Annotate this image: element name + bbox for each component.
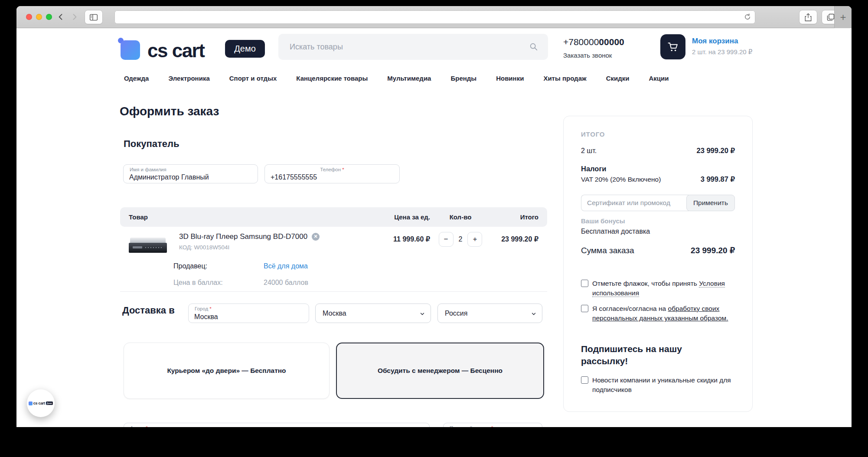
name-field-label: Имя и фамилия — [130, 167, 166, 172]
promo-code-input[interactable] — [581, 195, 689, 211]
col-total: Итого — [491, 213, 538, 221]
points-row: Цена в баллах:24000 баллов — [173, 279, 308, 287]
promo-code-control: Применить — [581, 195, 735, 211]
qty-value[interactable]: 2 — [459, 235, 463, 243]
country-select[interactable]: Россия — [437, 304, 542, 323]
points-label: Цена в баллах: — [173, 279, 264, 287]
forward-button[interactable] — [68, 10, 82, 24]
chevron-down-icon — [531, 311, 537, 317]
qty-increase-button[interactable]: + — [467, 232, 482, 247]
cart-summary: 2 шт. на 23 999.20 ₽ — [692, 48, 752, 56]
remove-item-icon[interactable]: ✕ — [312, 233, 320, 241]
zipcode-field[interactable]: Почтовый индекс * — [443, 423, 542, 427]
shipping-option-courier[interactable]: Курьером «до двери» — Бесплатно — [124, 343, 330, 399]
quantity-stepper: − 2 + — [430, 229, 491, 257]
nav-item-hity-prodazh[interactable]: Хиты продаж — [543, 75, 586, 82]
nav-item-kancelyarskie-tovary[interactable]: Канцелярские товары — [296, 75, 368, 82]
sidebar-icon — [89, 13, 98, 21]
qty-decrease-button[interactable]: − — [439, 232, 454, 247]
chevron-right-icon — [70, 13, 79, 21]
cart-table-header: Товар Цена за ед. Кол-во Итого — [120, 207, 547, 227]
col-unit-price: Цена за ед. — [352, 213, 430, 221]
newsletter-text: Новости компании и уникальные скидки для… — [592, 375, 735, 395]
required-asterisk: * — [342, 167, 344, 172]
nav-item-odezhda[interactable]: Одежда — [124, 75, 149, 82]
vendor-link[interactable]: Всё для дома — [264, 262, 308, 270]
consent-checkbox-row: Я согласен/согласна на обработку своих п… — [581, 304, 735, 323]
divider — [120, 291, 547, 292]
nav-item-elektronika[interactable]: Электроника — [168, 75, 209, 82]
new-tab-button[interactable]: + — [834, 6, 852, 28]
name-field: Имя и фамилия — [123, 164, 258, 183]
col-product: Товар — [129, 213, 352, 221]
browser-window: + cs cart Демо +78000000000 Заказать зво… — [16, 6, 852, 427]
product-code: КОД: W0018W504I — [179, 244, 320, 251]
region-select[interactable]: Москва — [315, 304, 431, 323]
unit-price: 11 999.60 ₽ — [352, 229, 430, 257]
order-total-label: Сумма заказа — [581, 246, 634, 255]
nav-item-akcii[interactable]: Акции — [649, 75, 669, 82]
terms-checkbox[interactable] — [581, 280, 588, 287]
items-count: 2 шт. — [581, 147, 597, 155]
terms-text: Отметьте флажок, чтобы принять Условия и… — [592, 279, 735, 298]
product-image[interactable] — [129, 232, 167, 257]
terms-checkbox-row: Отметьте флажок, чтобы принять Условия и… — [581, 279, 735, 298]
browser-toolbar: + — [16, 6, 852, 28]
vendor-label: Продавец: — [173, 262, 264, 270]
share-button[interactable] — [799, 10, 817, 24]
minimize-window-button[interactable] — [36, 14, 42, 20]
my-cart-link[interactable]: Моя корзина — [692, 37, 738, 46]
row-total: 23 999.20 ₽ — [491, 229, 538, 257]
nav-item-brendy[interactable]: Бренды — [450, 75, 476, 82]
back-button[interactable] — [54, 10, 68, 24]
logo-mark-mini — [29, 402, 33, 405]
tax-value: 3 999.87 ₽ — [701, 175, 735, 183]
shipping-heading: Доставка в — [122, 305, 175, 316]
phone-field-label: Телефон * — [265, 167, 399, 172]
search-icon[interactable] — [529, 42, 538, 53]
items-total: 23 999.20 ₽ — [697, 147, 735, 155]
tabs-icon — [826, 13, 835, 22]
city-field: Город * — [188, 304, 309, 323]
items-total-row: 2 шт. 23 999.20 ₽ — [581, 147, 735, 155]
close-window-button[interactable] — [26, 14, 32, 20]
phone-input[interactable] — [271, 173, 394, 181]
page-title: Оформить заказ — [120, 104, 219, 118]
nav-item-sport-i-otdyh[interactable]: Спорт и отдых — [229, 75, 277, 82]
consent-text: Я согласен/согласна на обработку своих п… — [592, 304, 735, 323]
plus-icon: + — [840, 11, 846, 23]
callback-link[interactable]: Заказать звонок — [563, 52, 612, 59]
shipping-option-manager[interactable]: Обсудить с менеджером — Бесценно — [336, 343, 544, 399]
chevron-left-icon — [56, 13, 65, 21]
logo-text-mini: cs cart — [33, 401, 45, 405]
main-nav: Одежда Электроника Спорт и отдых Канцеля… — [124, 75, 669, 82]
city-field-label: Город * — [195, 306, 212, 311]
nav-item-multimedia[interactable]: Мультимедиа — [387, 75, 431, 82]
logo-text[interactable]: cs cart — [147, 40, 204, 62]
summary-heading: ИТОГО — [581, 131, 735, 138]
refresh-icon[interactable] — [744, 13, 751, 23]
vendor-row: Продавец:Всё для дома — [173, 262, 308, 270]
consent-checkbox[interactable] — [581, 305, 588, 312]
newsletter-checkbox-row: Новости компании и уникальные скидки для… — [581, 375, 735, 395]
product-title[interactable]: 3D Blu-ray Плеер Samsung BD-D7000✕ — [179, 232, 320, 241]
address-field[interactable]: Адрес * — [124, 423, 430, 427]
logo-mark[interactable] — [121, 40, 140, 60]
tax-name: VAT 20% (20% Включено) — [581, 176, 661, 183]
zoom-window-button[interactable] — [46, 14, 52, 20]
nav-item-novinki[interactable]: Новинки — [496, 75, 524, 82]
chevron-down-icon — [419, 311, 425, 317]
bonuses-value: Бесплатная доставка — [581, 228, 735, 235]
taxes-heading: Налоги — [581, 165, 735, 173]
city-input[interactable] — [194, 313, 303, 321]
newsletter-checkbox[interactable] — [581, 376, 588, 384]
cscart-floating-widget[interactable]: cs cart Демо — [27, 389, 55, 417]
name-input[interactable] — [129, 173, 252, 181]
nav-item-skidki[interactable]: Скидки — [606, 75, 630, 82]
address-bar[interactable] — [114, 10, 755, 24]
search-input[interactable] — [290, 34, 524, 60]
cart-button[interactable] — [660, 34, 685, 59]
apply-promo-button[interactable]: Применить — [686, 195, 735, 211]
required-asterisk: * — [209, 306, 211, 311]
sidebar-toggle-button[interactable] — [85, 10, 102, 24]
